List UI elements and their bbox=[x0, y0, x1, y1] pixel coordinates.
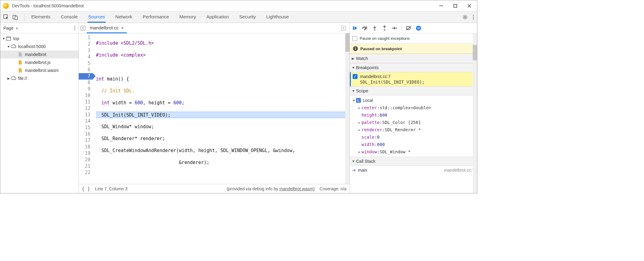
expand-toggle-icon[interactable]: ▼ bbox=[2, 37, 6, 40]
scope-variable[interactable]: ▶window: SDL_Window * bbox=[352, 148, 475, 155]
panel-tabs: Elements Console Sources Network Perform… bbox=[27, 12, 290, 23]
svg-point-24 bbox=[416, 26, 421, 31]
step-button[interactable] bbox=[391, 25, 398, 32]
tree-node-host[interactable]: ▼ localhost:5000 bbox=[0, 43, 78, 50]
pretty-print-icon[interactable]: { } bbox=[82, 186, 90, 192]
sidebar-menu-icon[interactable] bbox=[74, 26, 75, 31]
scope-variable[interactable]: height: 600 bbox=[352, 111, 475, 119]
scope-variable[interactable]: ▶center: std::complex<double> bbox=[352, 104, 475, 111]
window-maximize-button[interactable] bbox=[453, 3, 458, 9]
expand-arrow-icon[interactable]: ▼ bbox=[352, 99, 356, 102]
checkbox-checked-icon[interactable]: ✓ bbox=[353, 74, 358, 79]
tab-application[interactable]: Application bbox=[206, 12, 229, 23]
cloud-icon bbox=[11, 76, 16, 81]
paused-status-banner: i Paused on breakpoint bbox=[350, 44, 477, 54]
pause-on-exceptions-button[interactable] bbox=[415, 25, 422, 32]
section-breakpoints[interactable]: ▼ Breakpoints bbox=[350, 63, 477, 72]
tree-label: top bbox=[13, 36, 19, 41]
device-toggle-icon[interactable] bbox=[13, 14, 18, 20]
scope-variable[interactable]: width: 600 bbox=[352, 141, 475, 148]
tree-label: file:// bbox=[18, 76, 27, 81]
svg-rect-25 bbox=[418, 27, 418, 29]
toolbar-divider bbox=[401, 25, 402, 31]
step-out-button[interactable] bbox=[381, 25, 388, 32]
file-tab-active[interactable]: mandelbrot.cc × bbox=[87, 23, 127, 33]
tree-node-file-mandelbrot[interactable]: mandelbrot bbox=[0, 50, 78, 58]
variable-name: palette bbox=[362, 120, 380, 125]
breakpoint-item[interactable]: ✓ mandelbrot.cc:7 SDL_Init(SDL_INIT_VIDE… bbox=[350, 72, 477, 86]
tab-security[interactable]: Security bbox=[239, 12, 256, 23]
step-into-button[interactable] bbox=[371, 25, 378, 32]
tab-elements[interactable]: Elements bbox=[31, 12, 51, 23]
scope-local[interactable]: ▼ L Local bbox=[352, 97, 475, 104]
expand-arrow-icon[interactable]: ▶ bbox=[357, 106, 362, 110]
variable-name: scale bbox=[362, 135, 374, 140]
sidebar-more-tabs-icon[interactable]: » bbox=[16, 26, 18, 30]
file-tab-bar: mandelbrot.cc × bbox=[79, 23, 350, 33]
debugger-scrollbar[interactable] bbox=[473, 33, 477, 193]
tree-label: mandelbrot.js bbox=[25, 60, 51, 65]
kebab-menu-icon[interactable] bbox=[473, 14, 474, 20]
local-badge-icon: L bbox=[356, 98, 361, 103]
expand-toggle-icon[interactable]: ▶ bbox=[6, 76, 11, 80]
editor-scrollbar[interactable] bbox=[345, 33, 350, 184]
tab-lighthouse[interactable]: Lighthouse bbox=[266, 12, 289, 23]
expand-toggle-icon[interactable]: ▼ bbox=[6, 45, 11, 48]
devtools-toolbar: Elements Console Sources Network Perform… bbox=[0, 11, 477, 23]
tree-node-file-js[interactable]: mandelbrot.js bbox=[0, 58, 78, 66]
expand-arrow-icon[interactable]: ▶ bbox=[357, 150, 362, 154]
expand-arrow-icon: ▼ bbox=[352, 66, 356, 69]
expand-arrow-icon[interactable]: ▶ bbox=[357, 121, 362, 124]
svg-point-20 bbox=[374, 29, 375, 31]
tab-performance[interactable]: Performance bbox=[142, 12, 170, 23]
svg-point-21 bbox=[384, 29, 385, 31]
resume-button[interactable] bbox=[352, 25, 358, 32]
sidebar-header: Page » bbox=[0, 23, 78, 33]
settings-gear-icon[interactable] bbox=[462, 14, 468, 20]
section-callstack[interactable]: ▼ Call Stack bbox=[350, 157, 477, 166]
code-content[interactable]: #include <SDL2/SDL.h> #include <complex>… bbox=[93, 33, 345, 184]
checkbox-unchecked-icon[interactable] bbox=[352, 36, 357, 41]
info-icon: i bbox=[353, 46, 358, 51]
scope-variable[interactable]: ▶renderer: SDL_Renderer * bbox=[352, 126, 475, 133]
inspect-element-icon[interactable] bbox=[3, 14, 9, 20]
tab-network[interactable]: Network bbox=[115, 12, 133, 23]
debug-info: (provided via debug info by mandelbrot.w… bbox=[227, 186, 315, 191]
tree-node-top[interactable]: ▼ top bbox=[0, 35, 78, 43]
pause-on-caught-option[interactable]: Pause on caught exceptions bbox=[350, 33, 477, 44]
nav-back-icon[interactable] bbox=[81, 26, 87, 31]
frame-icon bbox=[6, 36, 11, 41]
line-gutter[interactable]: 123456 7 8910111213141516171819202122 bbox=[79, 33, 93, 184]
deactivate-breakpoints-button[interactable] bbox=[405, 25, 412, 32]
expand-arrow-icon: ▼ bbox=[352, 159, 356, 163]
expand-arrow-icon[interactable]: ▶ bbox=[357, 128, 362, 132]
window-minimize-button[interactable] bbox=[438, 3, 444, 9]
tree-node-fileproto[interactable]: ▶ file:// bbox=[0, 74, 78, 82]
nav-forward-icon[interactable] bbox=[341, 26, 346, 31]
scope-variable[interactable]: scale: 0 bbox=[352, 133, 475, 141]
tab-sources[interactable]: Sources bbox=[88, 12, 106, 23]
tree-node-file-wasm[interactable]: mandelbrot.wasm bbox=[0, 66, 78, 74]
section-scope[interactable]: ▼ Scope bbox=[350, 86, 477, 95]
callstack-frame[interactable]: ➔ main mandelbrot.cc:7 bbox=[350, 166, 477, 174]
svg-rect-18 bbox=[353, 26, 354, 30]
svg-rect-17 bbox=[341, 26, 346, 30]
debug-source-link[interactable]: mandelbrot.wasm bbox=[279, 186, 313, 191]
scope-body: ▼ L Local ▶center: std::complex<double>h… bbox=[350, 95, 477, 157]
code-editor[interactable]: 123456 7 8910111213141516171819202122 #i… bbox=[79, 33, 350, 184]
tab-memory[interactable]: Memory bbox=[179, 12, 197, 23]
cloud-icon bbox=[11, 44, 16, 49]
scope-variable[interactable]: ▶palette: SDL_Color [256] bbox=[352, 119, 475, 126]
sidebar-tab-page[interactable]: Page bbox=[3, 26, 13, 31]
close-tab-icon[interactable]: × bbox=[121, 25, 124, 30]
script-icon bbox=[17, 60, 23, 65]
breakpoint-label: mandelbrot.cc:7 bbox=[360, 74, 391, 79]
tab-console[interactable]: Console bbox=[60, 12, 78, 23]
window-close-button[interactable] bbox=[467, 3, 472, 9]
devtools-app-icon bbox=[3, 3, 9, 9]
svg-rect-1 bbox=[454, 4, 457, 7]
variable-value: 0 bbox=[377, 135, 380, 140]
section-watch[interactable]: ▶ Watch bbox=[350, 54, 477, 63]
debugger-panel: Pause on caught exceptions i Paused on b… bbox=[350, 23, 477, 193]
step-over-button[interactable] bbox=[362, 25, 368, 32]
